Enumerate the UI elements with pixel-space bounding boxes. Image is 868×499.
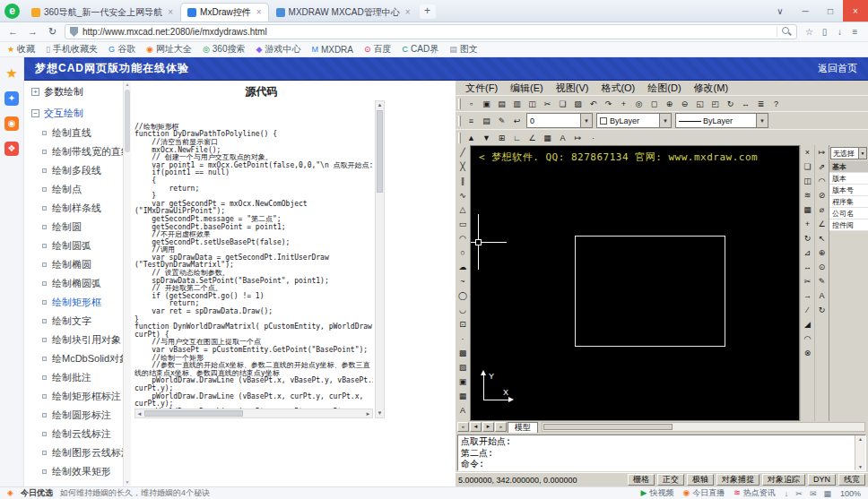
extend-icon[interactable]: → (801, 288, 815, 303)
layout-nav-icon[interactable]: « (457, 422, 469, 432)
dim-arc-icon[interactable]: ◠ (815, 174, 829, 188)
window-control-icon[interactable]: ─ (793, 0, 818, 22)
status-toggle-button[interactable]: DYN (808, 474, 836, 486)
leader-icon[interactable]: ↖ (815, 231, 829, 245)
zoom-level[interactable]: 100% (840, 489, 861, 498)
bookmark-item[interactable]: ★ 收藏 (7, 43, 35, 56)
stretch-icon[interactable]: ↔ (801, 260, 815, 274)
offset-icon[interactable]: ≋ (801, 188, 815, 202)
nav-item[interactable]: 绘制圆形标注 (24, 406, 123, 425)
revcloud-icon[interactable]: ☁ (456, 260, 470, 274)
code-vertical-scrollbar[interactable]: ▲ ▼ (375, 100, 385, 418)
open-file-icon[interactable]: ▣ (479, 97, 494, 110)
command-scrollbar[interactable]: ▲ ▼ (855, 435, 865, 470)
browser-logo-icon[interactable]: e (4, 4, 20, 19)
nav-item[interactable]: 绘制矩形框标注 (24, 387, 123, 406)
polar-mode-icon[interactable]: ∠ (525, 131, 540, 144)
property-row[interactable]: 程序集 (829, 196, 868, 208)
toolbar-grip[interactable] (458, 116, 461, 126)
property-row[interactable]: 公司名 (829, 208, 868, 219)
property-row[interactable]: 版本号 (829, 185, 868, 196)
scroll-down-icon[interactable]: ▼ (376, 409, 384, 417)
nav-item[interactable]: 绘制圆弧 (24, 237, 123, 255)
refresh-icon[interactable]: ↻ (45, 25, 60, 39)
window-control-icon[interactable]: × (843, 0, 868, 22)
help-icon[interactable]: ? (768, 97, 784, 110)
polygon-icon[interactable]: △ (456, 202, 470, 217)
print-preview-icon[interactable]: ◫ (525, 97, 540, 110)
rotate-icon[interactable]: ↻ (801, 231, 815, 245)
erase-icon[interactable]: × (801, 145, 815, 159)
spline-icon[interactable]: ~ (456, 274, 470, 288)
scrollbar-thumb[interactable] (377, 110, 383, 193)
bookmark-item[interactable]: M MXDRA (311, 45, 353, 55)
redo-icon[interactable]: ↷ (601, 97, 616, 110)
status-toggle-button[interactable]: 对象捕捉 (716, 474, 760, 486)
dim-update-icon[interactable]: ↻ (815, 303, 829, 317)
fillet-icon[interactable]: ◠ (801, 331, 815, 346)
explode-icon[interactable]: ⊗ (801, 346, 815, 360)
cad-menu-item[interactable]: 格式(O) (595, 82, 641, 95)
circle-icon[interactable]: ○ (456, 245, 470, 260)
phone-sync-icon[interactable]: ▯ (817, 27, 832, 37)
status-toggle-button[interactable]: 对象追踪 (762, 474, 805, 486)
layout-nav-icon[interactable]: ◄ (470, 422, 482, 432)
linetype-combo[interactable]: ——— ByLayer ▼ (675, 113, 768, 128)
paste-icon[interactable]: ▨ (570, 97, 586, 110)
status-toggle-button[interactable]: 极轴 (687, 474, 714, 486)
bottom-link[interactable]: ▶ 快视频 (641, 487, 674, 499)
zoom-previous-icon[interactable]: ◰ (707, 97, 723, 110)
zoom-in-icon[interactable]: ⊕ (662, 97, 677, 110)
rectangle-icon[interactable]: ▭ (456, 217, 470, 231)
zoom-out-icon[interactable]: ⊖ (677, 97, 692, 110)
ellipse-arc-icon[interactable]: ◡ (456, 303, 470, 317)
download-tray-icon[interactable]: ↓ (785, 489, 789, 498)
selection-combo[interactable]: 无选择 ▼ (830, 147, 867, 159)
color-combo[interactable]: ByLayer ▼ (596, 113, 672, 128)
toolbar-grip[interactable] (458, 133, 461, 143)
scrollbar-thumb[interactable] (543, 424, 673, 430)
nav-item[interactable]: 绘制文字 (24, 312, 123, 331)
properties-panel-icon[interactable]: ≣ (753, 97, 768, 110)
ortho-mode-icon[interactable]: ∟ (509, 131, 525, 144)
bookmark-item[interactable]: C CAD界 (403, 43, 439, 56)
arc-icon[interactable]: ◠ (456, 231, 470, 245)
property-row[interactable]: 控件阅 (829, 219, 868, 231)
nav-item[interactable]: 绘制多段线 (24, 161, 123, 180)
layer-manager-icon[interactable]: ≡ (464, 114, 479, 127)
point-icon[interactable]: · (456, 331, 470, 346)
new-tab-button[interactable]: + (420, 4, 436, 19)
code-horizontal-scrollbar[interactable]: ◄ ► (135, 409, 373, 418)
property-row[interactable]: 基本 (829, 161, 868, 173)
nav-item[interactable]: 绘制带线宽的直线 (24, 142, 123, 161)
osnap-settings-icon[interactable]: ⊞ (494, 131, 509, 144)
bottom-link[interactable]: ◉ 今日直播 (682, 487, 725, 499)
bookmark-item[interactable]: ⊙ 百度 (364, 43, 392, 56)
screenshot-icon[interactable]: ✂ (795, 489, 803, 498)
array-icon[interactable]: ▦ (801, 202, 815, 217)
url-text[interactable]: http://www.mxcad.net:2080/ie/mxdydraws.h… (82, 27, 772, 37)
download-icon[interactable]: ↓ (832, 27, 847, 37)
break-icon[interactable]: ∕ (801, 303, 815, 317)
nav-item[interactable]: 绘制点 (24, 180, 123, 199)
bookmark-item[interactable]: ◆ 游戏中心 (256, 43, 300, 56)
draworder-front-icon[interactable]: ▲ (464, 131, 479, 144)
draworder-back-icon[interactable]: ▼ (479, 131, 494, 144)
nav-section-interactive-draw[interactable]: − 交互绘制 (24, 102, 123, 124)
favorite-star-icon[interactable]: ☆ (802, 27, 817, 37)
nav-item[interactable]: 绘制椭圆弧 (24, 274, 123, 293)
ellipse-icon[interactable]: ◯ (456, 288, 470, 303)
status-toggle-button[interactable]: 栅格 (628, 474, 655, 486)
multiline-icon[interactable]: ∥ (456, 174, 470, 188)
model-tab[interactable]: 模型 (508, 422, 538, 433)
cad-menu-item[interactable]: 视图(V) (550, 82, 595, 95)
window-control-icon[interactable]: ∨ (768, 0, 793, 22)
scrollbar-thumb[interactable] (144, 410, 243, 417)
nav-section-param-draw[interactable]: + 参数绘制 (24, 81, 123, 102)
scroll-up-icon[interactable]: ▲ (858, 436, 863, 442)
layer-states-icon[interactable]: ▤ (479, 114, 494, 127)
layout-nav-icon[interactable]: ► (482, 422, 494, 432)
scroll-down-icon[interactable]: ▼ (858, 464, 863, 469)
forward-icon[interactable]: → (25, 25, 40, 39)
status-toggle-button[interactable]: 线宽 (838, 474, 865, 486)
